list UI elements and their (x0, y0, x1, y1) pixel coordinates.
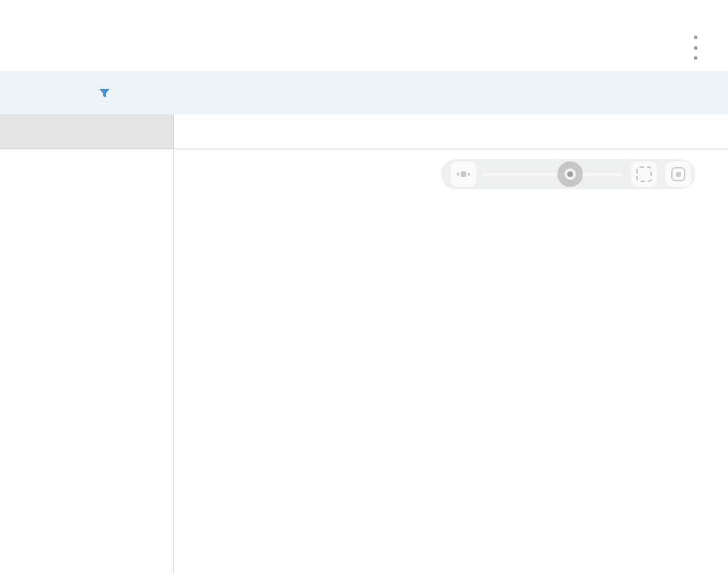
grid-body (174, 149, 728, 573)
app-window (0, 0, 728, 573)
resource-panel (0, 114, 174, 573)
gantt-area (0, 114, 728, 573)
kebab-menu-icon[interactable] (690, 36, 701, 60)
app-header (0, 0, 728, 71)
week-header (174, 114, 728, 133)
timeline-grid (174, 114, 728, 573)
zoom-toolbar (441, 159, 695, 189)
zoom-slider-handle[interactable] (557, 161, 583, 187)
selection-marquee-icon[interactable] (631, 161, 657, 187)
filter-bar (0, 71, 728, 114)
day-header (174, 133, 728, 149)
snapshot-icon[interactable] (665, 161, 691, 187)
panel-header-cell (0, 114, 173, 149)
zoom-slider-track[interactable] (482, 172, 623, 177)
fit-to-screen-icon[interactable] (451, 161, 476, 187)
funnel-icon[interactable] (98, 87, 111, 100)
